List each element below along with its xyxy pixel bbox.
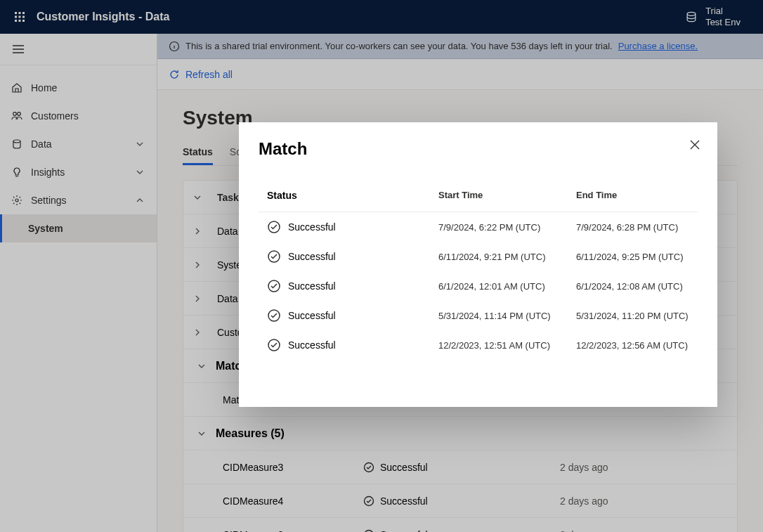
modal-row: Successful6/1/2024, 12:01 AM (UTC)6/1/20… — [259, 271, 698, 301]
check-circle-icon — [267, 338, 281, 352]
close-button[interactable] — [688, 138, 702, 152]
check-circle-icon — [267, 249, 281, 264]
modal-row: Successful6/11/2024, 9:21 PM (UTC)6/11/2… — [259, 242, 698, 271]
modal-row: Successful12/2/2023, 12:51 AM (UTC)12/2/… — [259, 330, 698, 360]
check-circle-icon — [267, 279, 281, 293]
modal-title: Match — [259, 139, 698, 159]
check-circle-icon — [267, 309, 281, 323]
close-icon — [688, 138, 702, 152]
modal-row: Successful7/9/2024, 6:22 PM (UTC)7/9/202… — [259, 212, 698, 242]
modal-row: Successful5/31/2024, 11:14 PM (UTC)5/31/… — [259, 301, 698, 330]
check-circle-icon — [267, 220, 281, 234]
modal-table-header: Status Start Time End Time — [259, 179, 698, 212]
match-modal: Match Status Start Time End Time Success… — [239, 122, 717, 407]
